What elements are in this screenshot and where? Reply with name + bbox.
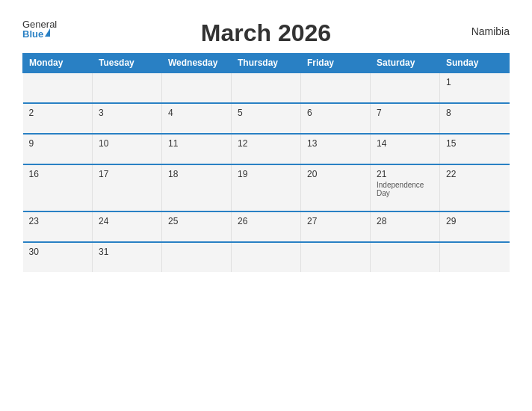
calendar-title: March 2026: [201, 19, 331, 47]
logo-triangle-icon: [45, 28, 50, 37]
day-cell: 26: [232, 211, 301, 242]
day-cell: 29: [440, 211, 510, 242]
weekday-header-monday: Monday: [23, 54, 93, 73]
day-cell: [232, 242, 301, 272]
day-cell: [371, 242, 440, 272]
day-number: 17: [99, 169, 155, 179]
weekday-header-saturday: Saturday: [371, 54, 440, 73]
day-cell: [440, 242, 510, 272]
day-number: 5: [238, 108, 294, 118]
day-number: 10: [99, 138, 155, 149]
day-number: 13: [307, 138, 364, 149]
day-number: 24: [99, 216, 155, 226]
weekday-header-thursday: Thursday: [232, 54, 301, 73]
day-cell: 27: [301, 211, 371, 242]
day-cell: 1: [440, 72, 510, 103]
calendar-header: General Blue March 2026 Namibia: [22, 19, 510, 47]
day-cell: 16: [23, 164, 93, 211]
day-number: 1: [446, 77, 504, 87]
day-cell: 4: [162, 103, 232, 134]
day-number: 23: [29, 216, 87, 226]
day-cell: 25: [162, 211, 232, 242]
day-cell: 3: [93, 103, 162, 134]
day-number: 8: [446, 108, 504, 118]
week-row-4: 161718192021Independence Day22: [23, 164, 510, 211]
day-cell: 12: [232, 134, 301, 164]
day-cell: [301, 72, 371, 103]
day-number: 29: [446, 216, 504, 226]
weekday-header-tuesday: Tuesday: [93, 54, 162, 73]
day-number: 16: [29, 169, 87, 179]
day-cell: 9: [23, 134, 93, 164]
day-cell: 6: [301, 103, 371, 134]
day-cell: 7: [371, 103, 440, 134]
day-number: 21: [377, 169, 433, 179]
logo: General Blue: [22, 19, 57, 39]
day-cell: [301, 242, 371, 272]
day-cell: 18: [162, 164, 232, 211]
weekday-header-sunday: Sunday: [440, 54, 510, 73]
weekday-header-wednesday: Wednesday: [162, 54, 232, 73]
week-row-5: 23242526272829: [23, 211, 510, 242]
day-number: 18: [168, 169, 225, 179]
day-cell: 24: [93, 211, 162, 242]
day-cell: [371, 72, 440, 103]
day-cell: 13: [301, 134, 371, 164]
day-cell: 17: [93, 164, 162, 211]
day-number: 20: [307, 169, 364, 179]
day-number: 12: [238, 138, 294, 149]
day-number: 4: [168, 108, 225, 118]
day-number: 30: [29, 247, 87, 257]
day-cell: 5: [232, 103, 301, 134]
day-number: 15: [446, 138, 504, 149]
logo-blue-text: Blue: [22, 29, 43, 39]
day-cell: 10: [93, 134, 162, 164]
week-row-3: 9101112131415: [23, 134, 510, 164]
day-cell: 20: [301, 164, 371, 211]
day-cell: 30: [23, 242, 93, 272]
day-cell: 11: [162, 134, 232, 164]
day-cell: [93, 72, 162, 103]
weekday-header-friday: Friday: [301, 54, 371, 73]
day-cell: 21Independence Day: [371, 164, 440, 211]
day-number: 28: [377, 216, 433, 226]
day-number: 19: [238, 169, 294, 179]
day-number: 3: [99, 108, 155, 118]
day-cell: 22: [440, 164, 510, 211]
day-number: 6: [307, 108, 364, 118]
country-label: Namibia: [471, 25, 510, 37]
calendar-wrapper: General Blue March 2026 Namibia MondayTu…: [7, 7, 525, 411]
day-cell: 15: [440, 134, 510, 164]
day-cell: 2: [23, 103, 93, 134]
day-cell: 14: [371, 134, 440, 164]
day-event: Independence Day: [377, 181, 433, 197]
day-cell: 19: [232, 164, 301, 211]
day-cell: [23, 72, 93, 103]
day-number: 9: [29, 138, 87, 149]
week-row-6: 3031: [23, 242, 510, 272]
day-number: 14: [377, 138, 433, 149]
day-number: 22: [446, 169, 504, 179]
day-cell: 28: [371, 211, 440, 242]
day-number: 31: [99, 247, 155, 257]
weekday-header-row: MondayTuesdayWednesdayThursdayFridaySatu…: [23, 54, 510, 73]
day-cell: [162, 242, 232, 272]
calendar-grid: MondayTuesdayWednesdayThursdayFridaySatu…: [22, 53, 510, 272]
day-cell: 23: [23, 211, 93, 242]
day-number: 2: [29, 108, 87, 118]
day-number: 11: [168, 138, 225, 149]
week-row-1: 1: [23, 72, 510, 103]
day-number: 7: [377, 108, 433, 118]
day-cell: [232, 72, 301, 103]
day-number: 26: [238, 216, 294, 226]
day-number: 27: [307, 216, 364, 226]
day-cell: 8: [440, 103, 510, 134]
day-cell: [162, 72, 232, 103]
week-row-2: 2345678: [23, 103, 510, 134]
day-number: 25: [168, 216, 225, 226]
day-cell: 31: [93, 242, 162, 272]
